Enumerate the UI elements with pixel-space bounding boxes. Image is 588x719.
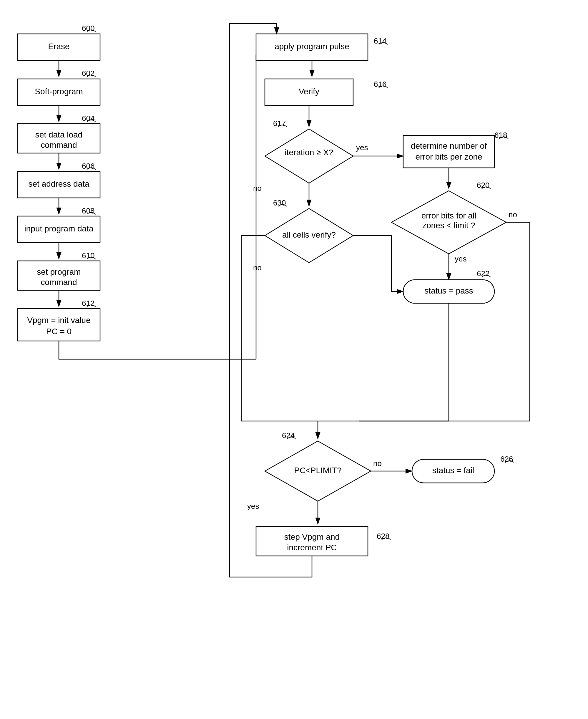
label-620-no: no	[508, 210, 517, 219]
line-620-no	[359, 222, 530, 421]
line-612-to-614	[59, 341, 256, 359]
label-624: 624	[282, 431, 295, 440]
text-602: Soft-program	[35, 87, 83, 96]
text-610b: command	[41, 278, 77, 287]
text-604b: command	[41, 140, 77, 149]
text-610a: set program	[37, 267, 81, 276]
label-617: 617	[273, 119, 286, 128]
text-617a: iteration ≥ X?	[285, 148, 333, 157]
label-600: 600	[82, 24, 94, 33]
line-628-back-to-614	[230, 24, 312, 577]
text-622: status = pass	[424, 286, 473, 295]
text-600: Erase	[48, 42, 69, 51]
line-630-yes-622	[353, 235, 403, 291]
text-612b: PC = 0	[46, 327, 71, 336]
label-612: 612	[82, 299, 94, 308]
label-622: 622	[477, 269, 489, 278]
label-617-no: no	[253, 184, 261, 192]
text-628b: increment PC	[287, 543, 337, 552]
flowchart-container: 600 Erase 602 Soft-program 604 set data …	[0, 0, 588, 719]
label-626: 626	[500, 455, 513, 464]
label-617-yes: yes	[356, 143, 368, 152]
label-602: 602	[82, 69, 94, 78]
text-624: PC<PLIMIT?	[294, 466, 341, 475]
box-618	[403, 136, 495, 168]
text-618b: error bits per zone	[415, 152, 482, 161]
label-610: 610	[82, 251, 94, 260]
label-608: 608	[82, 206, 94, 215]
text-620a: error bits for all	[421, 211, 477, 220]
label-616: 616	[374, 80, 386, 89]
label-624-no: no	[373, 459, 382, 468]
label-628: 628	[377, 532, 390, 540]
label-620-yes: yes	[455, 254, 466, 263]
label-618: 618	[495, 131, 507, 140]
text-614: apply program pulse	[275, 42, 349, 51]
label-630-no: no	[253, 263, 261, 272]
text-612a: Vpgm = init value	[27, 316, 91, 325]
text-626: status = fail	[432, 466, 474, 475]
label-614: 614	[374, 37, 386, 45]
text-620b: zones < limit ?	[422, 221, 475, 230]
label-624-yes: yes	[247, 502, 259, 511]
text-606: set address data	[28, 179, 89, 188]
label-604: 604	[82, 114, 94, 123]
label-606: 606	[82, 162, 94, 170]
text-608: input program data	[24, 224, 93, 233]
text-630: all cells verify?	[282, 230, 336, 239]
line-622-to-1430	[359, 303, 449, 421]
text-628a: step Vpgm and	[284, 532, 340, 541]
text-616: Verify	[299, 87, 319, 96]
label-620: 620	[477, 181, 489, 190]
text-618a: determine number of	[411, 141, 487, 150]
text-604a: set data load	[35, 130, 82, 139]
label-630: 630	[273, 199, 286, 207]
